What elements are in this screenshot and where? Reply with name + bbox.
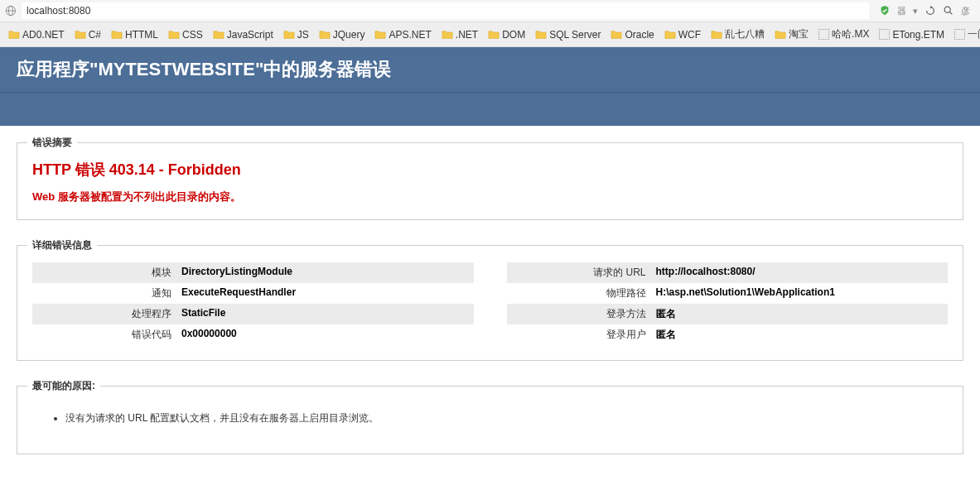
bookmark-label: HTTML — [125, 29, 158, 41]
svg-line-4 — [949, 12, 952, 14]
bookmark-item[interactable]: 乱七八糟 — [707, 26, 768, 43]
bookmark-item[interactable]: HTTML — [108, 27, 162, 42]
detail-row: 模块DirectoryListingModule — [32, 262, 474, 283]
page-icon — [954, 29, 965, 40]
bookmark-item[interactable]: C# — [71, 27, 104, 42]
bookmark-label: 乱七八糟 — [725, 27, 765, 41]
detail-row: 登录方法匿名 — [507, 304, 949, 324]
page-icon — [818, 29, 829, 40]
folder-icon — [488, 29, 500, 41]
detail-row: 登录用户匿名 — [507, 324, 949, 345]
detail-label: 详细错误信息 — [27, 238, 97, 252]
address-bar-row: 器 ▾ 彦 — [0, 0, 980, 22]
cause-list: 没有为请求的 URL 配置默认文档，并且没有在服务器上启用目录浏览。 — [32, 403, 948, 439]
detail-table-left: 模块DirectoryListingModule通知ExecuteRequest… — [32, 262, 474, 345]
address-right-controls: 器 ▾ 彦 — [874, 5, 975, 17]
dropdown-caret-icon[interactable]: ▾ — [913, 6, 918, 17]
detail-row-value: H:\asp.net\Solution1\WebApplication1 — [656, 286, 949, 300]
bookmarks-row: AD0.NETC#HTTMLCSSJavaScriptJSJQueryAPS.N… — [0, 22, 980, 46]
bookmark-label: SQL Server — [549, 29, 601, 41]
bookmark-label: 淘宝 — [789, 27, 809, 41]
bookmark-label: WCF — [678, 29, 701, 41]
bookmark-item[interactable]: ETong.ETM — [876, 27, 948, 42]
folder-icon — [374, 29, 386, 41]
control-text-2: 彦 — [961, 5, 970, 17]
error-summary-section: 错误摘要 HTTP 错误 403.14 - Forbidden Web 服务器被… — [17, 142, 963, 220]
address-input[interactable] — [22, 2, 869, 19]
detail-tables: 模块DirectoryListingModule通知ExecuteRequest… — [32, 262, 948, 345]
bookmark-label: Oracle — [625, 29, 654, 41]
folder-icon — [111, 29, 123, 41]
folder-icon — [711, 29, 722, 41]
bookmark-label: DOM — [502, 29, 525, 41]
http-error-desc: Web 服务器被配置为不列出此目录的内容。 — [32, 190, 948, 204]
cause-label: 最可能的原因: — [27, 379, 100, 393]
bookmark-item[interactable]: .NET — [438, 27, 481, 42]
bookmark-item[interactable]: Oracle — [607, 27, 657, 42]
control-text-1: 器 — [897, 5, 906, 17]
detail-row-value: 匿名 — [656, 307, 949, 321]
bookmark-item[interactable]: SQL Server — [532, 27, 604, 42]
search-icon[interactable] — [943, 5, 954, 17]
detail-row: 通知ExecuteRequestHandler — [32, 283, 474, 304]
globe-icon — [5, 5, 17, 17]
detail-row-label: 物理路径 — [507, 286, 656, 300]
page-icon — [879, 29, 890, 40]
bookmark-item[interactable]: CSS — [165, 27, 206, 42]
detail-row-value: 匿名 — [656, 328, 949, 342]
bookmark-label: 一问一答-H — [968, 27, 980, 41]
detail-row-label: 处理程序 — [32, 307, 181, 321]
svg-point-3 — [944, 7, 950, 12]
bookmark-item[interactable]: 一问一答-H — [951, 26, 980, 43]
error-page: 应用程序"MYTESTWEBSITE"中的服务器错误 错误摘要 HTTP 错误 … — [0, 47, 980, 485]
bookmark-item[interactable]: JavaScript — [210, 27, 277, 42]
detail-row-value: StaticFile — [181, 307, 474, 321]
detail-row-label: 请求的 URL — [507, 266, 656, 280]
bookmark-item[interactable]: 淘宝 — [771, 26, 812, 43]
folder-icon — [611, 29, 622, 41]
bookmark-item[interactable]: JS — [280, 27, 312, 42]
shield-icon[interactable] — [879, 5, 891, 17]
http-error-title: HTTP 错误 403.14 - Forbidden — [32, 160, 948, 180]
bookmark-label: C# — [89, 29, 101, 41]
detail-row-label: 登录方法 — [507, 307, 656, 321]
error-cause-section: 最可能的原因: 没有为请求的 URL 配置默认文档，并且没有在服务器上启用目录浏… — [17, 386, 963, 454]
folder-icon — [775, 29, 786, 41]
bookmark-label: CSS — [182, 29, 203, 41]
header-spacer — [0, 93, 980, 126]
bookmark-label: 哈哈.MX — [832, 27, 869, 41]
detail-row-label: 模块 — [32, 266, 181, 280]
detail-row-value: ExecuteRequestHandler — [181, 286, 474, 300]
content-area: 错误摘要 HTTP 错误 403.14 - Forbidden Web 服务器被… — [0, 126, 980, 485]
bookmark-item[interactable]: 哈哈.MX — [815, 26, 872, 43]
folder-icon — [664, 29, 676, 41]
folder-icon — [319, 29, 331, 41]
bookmark-item[interactable]: AD0.NET — [5, 27, 68, 42]
error-detail-section: 详细错误信息 模块DirectoryListingModule通知Execute… — [17, 245, 963, 361]
refresh-icon[interactable] — [924, 5, 936, 17]
error-header: 应用程序"MYTESTWEBSITE"中的服务器错误 — [0, 47, 980, 94]
detail-row: 错误代码0x00000000 — [32, 324, 474, 345]
bookmark-label: JavaScript — [227, 29, 273, 41]
detail-row: 物理路径H:\asp.net\Solution1\WebApplication1 — [507, 283, 949, 304]
bookmark-label: AD0.NET — [22, 29, 65, 41]
bookmark-item[interactable]: JQuery — [316, 27, 369, 42]
bookmark-item[interactable]: DOM — [485, 27, 529, 42]
detail-table-right: 请求的 URLhttp://localhost:8080/物理路径H:\asp.… — [507, 262, 949, 345]
bookmark-label: .NET — [456, 29, 478, 41]
bookmark-label: ETong.ETM — [892, 29, 944, 41]
detail-row-value: 0x00000000 — [181, 328, 474, 342]
folder-icon — [442, 29, 453, 41]
bookmark-label: JS — [297, 29, 309, 41]
bookmark-label: JQuery — [333, 29, 365, 41]
folder-icon — [168, 29, 180, 41]
cause-item: 没有为请求的 URL 配置默认文档，并且没有在服务器上启用目录浏览。 — [65, 411, 915, 425]
folder-icon — [535, 29, 547, 41]
folder-icon — [8, 29, 20, 41]
detail-row: 请求的 URLhttp://localhost:8080/ — [507, 262, 949, 283]
detail-row-value: http://localhost:8080/ — [656, 266, 949, 280]
bookmark-item[interactable]: APS.NET — [371, 27, 434, 42]
folder-icon — [283, 29, 295, 41]
bookmark-item[interactable]: WCF — [661, 27, 704, 42]
folder-icon — [213, 29, 224, 41]
